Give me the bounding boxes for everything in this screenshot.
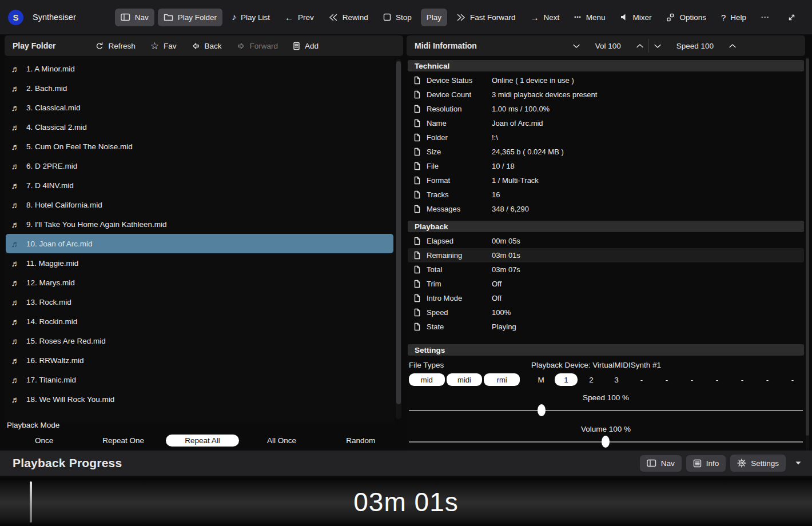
playback-progress-display[interactable]: 03m 01s [0,478,812,526]
file-type-midi[interactable]: midi [447,373,483,386]
device-slot-empty[interactable]: - [755,373,780,386]
speed-up-chevron-icon[interactable] [729,43,737,49]
options-button[interactable]: Options [660,9,712,26]
help-button[interactable]: ? Help [715,8,752,27]
list-item[interactable]: ♬8. Hotel California.mid [6,195,393,214]
refresh-button[interactable]: Refresh [95,42,135,50]
bottom-buttons: Nav Info Settings [640,455,802,472]
speed-down-chevron-icon[interactable] [654,43,662,49]
list-item[interactable]: ♬18. We Will Rock You.mid [6,389,393,409]
device-slot-empty[interactable]: - [679,373,704,386]
volume-slider[interactable] [409,435,803,449]
list-item[interactable]: ♬14. Rockin.mid [6,312,393,331]
device-slot-mapper[interactable]: M [528,373,554,386]
rewind-button[interactable]: Rewind [323,9,374,26]
device-slot-2[interactable]: 2 [579,373,604,386]
device-slot-empty[interactable]: - [780,373,805,386]
play-list-button[interactable]: ♪ Play List [226,7,276,27]
right-panel-title[interactable]: Midi Information [415,41,477,50]
volume-up-chevron-icon[interactable] [636,43,644,49]
help-label: Help [730,13,746,22]
file-type-mid[interactable]: mid [409,373,445,386]
section-header-technical: Technical [408,60,804,71]
list-item[interactable]: ♬9. I'll Take You Home Again Kathleen.mi… [6,214,393,234]
app-logo: S [8,10,23,25]
fast-forward-label: Fast Forward [470,13,516,22]
list-item[interactable]: ♬6. D 2PRE.mid [6,156,393,176]
info-row: Size24,365 b ( 0.024 MB ) [408,145,804,159]
info-value: 16 [492,190,500,199]
file-list-scrollbar[interactable] [396,59,401,419]
list-item[interactable]: ♬12. Marys.mid [6,273,393,292]
device-slot-empty[interactable]: - [730,373,755,386]
info-label: State [427,322,486,331]
scrollbar-thumb[interactable] [806,58,809,436]
speed-slider[interactable] [409,404,803,417]
prev-button[interactable]: ← Prev [279,9,320,26]
info-value: 1 / Multi-Track [492,176,539,185]
add-button[interactable]: Add [293,42,319,50]
progress-position-marker[interactable] [30,481,32,523]
list-item[interactable]: ♬2. Bach.mid [6,78,393,98]
back-label: Back [205,42,222,50]
device-slot-1-active[interactable]: 1 [555,373,578,386]
mode-once[interactable]: Once [31,435,57,447]
bottom-nav-label: Nav [661,459,675,468]
device-slots: M 1 2 3 - - - - - - - [528,373,805,386]
more-button[interactable]: ⋯ [752,7,778,27]
device-slot-empty[interactable]: - [629,373,654,386]
volume-down-chevron-icon[interactable] [572,43,580,49]
stop-button[interactable]: Stop [377,9,417,26]
info-label: Folder [427,133,486,142]
play-button[interactable]: Play [421,9,447,26]
list-item[interactable]: ♬3. Classical.mid [6,98,393,117]
list-item-selected[interactable]: ♬10. Joan of Arc.mid [6,234,393,253]
speed-slider-thumb[interactable] [538,404,546,416]
info-label: Intro Mode [427,294,486,302]
document-icon [413,105,421,113]
list-item[interactable]: ♬7. D 4INV.mid [6,176,393,195]
volume-slider-thumb[interactable] [602,436,610,448]
nav-button[interactable]: Nav [115,9,154,26]
file-name: 11. Maggie.mid [26,259,78,268]
music-note-icon: ♬ [10,64,21,74]
back-button[interactable]: Back [192,42,222,50]
bottom-nav-button[interactable]: Nav [640,455,682,472]
mode-repeat-one[interactable]: Repeat One [99,435,148,447]
bottom-settings-button[interactable]: Settings [730,455,786,472]
fast-forward-button[interactable]: Fast Forward [451,9,522,26]
device-slot-3[interactable]: 3 [604,373,629,386]
bottom-info-button[interactable]: Info [686,455,726,472]
device-slot-empty[interactable]: - [704,373,730,386]
device-slot-empty[interactable]: - [654,373,679,386]
file-name: 5. Cum On Feel The Noise.mid [26,142,133,151]
next-button[interactable]: → Next [524,9,565,26]
mode-all-once[interactable]: All Once [264,435,300,447]
list-item[interactable]: ♬5. Cum On Feel The Noise.mid [6,137,393,156]
forward-button[interactable]: Forward [237,42,278,50]
rewind-label: Rewind [343,13,368,22]
file-name: 9. I'll Take You Home Again Kathleen.mid [26,220,167,229]
list-item[interactable]: ♬15. Roses Are Red.mid [6,331,393,350]
dropdown-caret-icon[interactable] [795,461,802,465]
info-panel-scrollbar[interactable] [806,57,809,451]
expand-button[interactable] [778,7,805,27]
menu-button[interactable]: ••• Menu [568,9,611,26]
list-item[interactable]: ♬1. A Minor.mid [6,59,393,78]
play-folder-button[interactable]: Play Folder [158,9,222,26]
list-item[interactable]: ♬11. Maggie.mid [6,253,393,273]
playback-mode-label: Playback Mode [7,421,59,429]
minimize-button[interactable] [805,7,812,27]
mixer-button[interactable]: Mixer [614,9,657,26]
mode-random[interactable]: Random [343,435,379,447]
info-value: Online ( 1 device in use ) [492,76,574,85]
document-icon [413,237,421,245]
file-type-rmi[interactable]: rmi [484,373,520,386]
list-item[interactable]: ♬17. Titanic.mid [6,370,393,389]
scrollbar-thumb[interactable] [396,61,401,404]
mode-repeat-all[interactable]: Repeat All [166,435,239,447]
list-item[interactable]: ♬16. RRWaltz.mid [6,350,393,370]
list-item[interactable]: ♬13. Rock.mid [6,292,393,312]
fav-button[interactable]: ☆ Fav [150,40,177,52]
list-item[interactable]: ♬4. Classical 2.mid [6,117,393,137]
